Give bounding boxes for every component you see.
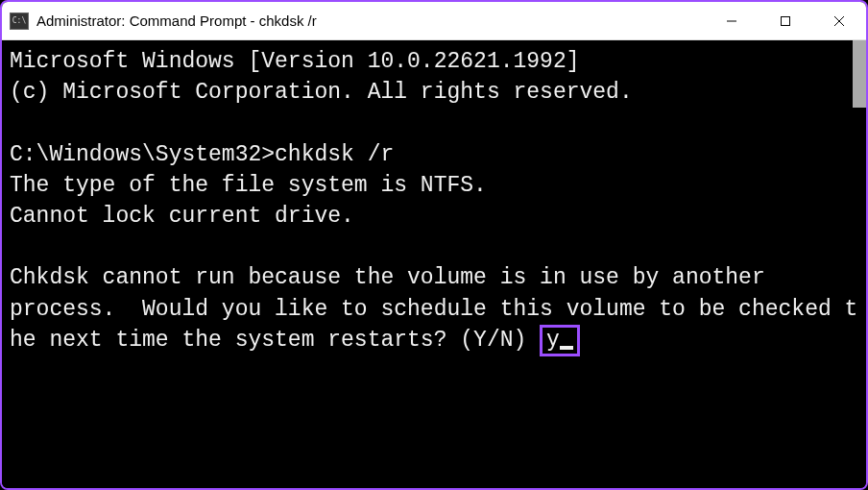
maximize-icon — [780, 15, 791, 27]
window-title: Administrator: Command Prompt - chkdsk /… — [36, 12, 705, 29]
close-icon — [833, 15, 845, 27]
cmd-icon: C:\ — [10, 12, 29, 30]
chkdsk-msg-line2: process. Would you like to schedule this… — [10, 297, 857, 353]
chkdsk-msg-line1: Chkdsk cannot run because the volume is … — [10, 265, 765, 290]
scrollbar[interactable] — [853, 40, 866, 108]
minimize-icon — [726, 15, 737, 27]
prompt-path: C:\Windows\System32> — [10, 142, 275, 167]
command-text: chkdsk /r — [275, 142, 394, 167]
svg-rect-1 — [782, 16, 790, 25]
minimize-button[interactable] — [705, 2, 759, 39]
user-input-highlight: y — [540, 325, 580, 357]
copyright-line: (c) Microsoft Corporation. All rights re… — [10, 80, 633, 105]
console-output[interactable]: Microsoft Windows [Version 10.0.22621.19… — [2, 40, 866, 488]
close-button[interactable] — [812, 2, 866, 39]
fs-type-line: The type of the file system is NTFS. — [10, 173, 487, 198]
user-input[interactable]: y — [546, 328, 560, 353]
titlebar: C:\ Administrator: Command Prompt - chkd… — [2, 2, 866, 40]
cursor-icon — [560, 346, 573, 350]
maximize-button[interactable] — [759, 2, 812, 39]
version-line: Microsoft Windows [Version 10.0.22621.19… — [10, 49, 580, 74]
lock-error-line: Cannot lock current drive. — [10, 204, 354, 229]
window-controls — [705, 2, 866, 39]
